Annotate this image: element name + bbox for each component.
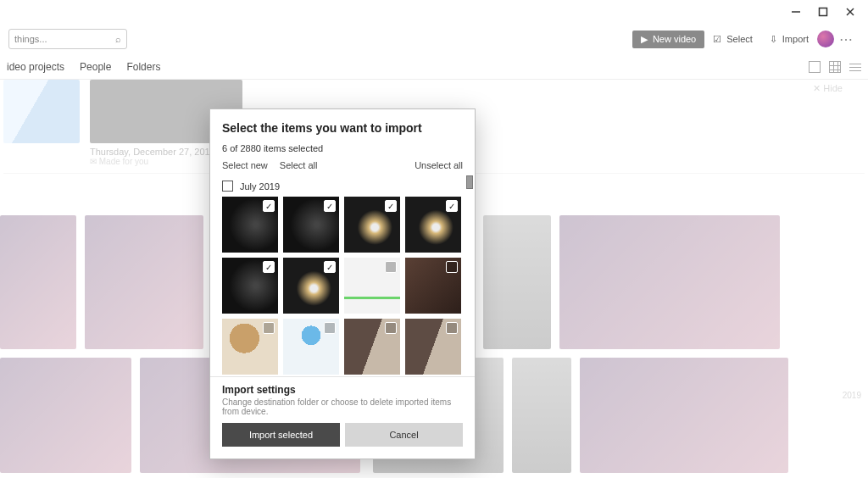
- timeline-year: 2019: [843, 391, 861, 400]
- app-toolbar: things... ⌕ ▶ New video ☑ Select ⇩ Impor…: [0, 24, 868, 54]
- view-grid-icon[interactable]: [829, 61, 841, 73]
- photo-thumbnail[interactable]: [0, 358, 131, 473]
- selection-count: 6 of 2880 items selected: [222, 143, 463, 153]
- select-button[interactable]: ☑ Select: [704, 31, 761, 48]
- import-thumbnail[interactable]: [344, 197, 400, 253]
- check-icon: [446, 200, 458, 212]
- dialog-body: July 2019: [210, 175, 475, 376]
- unselect-all-link[interactable]: Unselect all: [415, 160, 463, 170]
- more-menu-button[interactable]: ⋯: [834, 31, 860, 47]
- window-titlebar: [0, 0, 868, 24]
- import-thumbnail[interactable]: [222, 258, 278, 314]
- check-icon: [263, 200, 275, 212]
- month-label: July 2019: [240, 181, 280, 192]
- search-placeholder: things...: [14, 34, 47, 44]
- import-thumbnail[interactable]: [405, 258, 461, 314]
- import-thumbnail[interactable]: [405, 319, 461, 375]
- hide-button[interactable]: ✕ Hide: [813, 83, 843, 94]
- check-icon: [263, 261, 275, 273]
- photo-thumbnail[interactable]: [512, 358, 571, 473]
- month-header[interactable]: July 2019: [222, 181, 468, 192]
- dialog-title: Select the items you want to import: [222, 121, 463, 135]
- check-icon: [263, 322, 275, 334]
- new-video-label: New video: [653, 34, 696, 44]
- dialog-footer: Import settings Change destination folde…: [210, 376, 475, 459]
- import-settings-sub: Change destination folder or choose to d…: [222, 397, 463, 416]
- select-icon: ☑: [713, 34, 721, 45]
- search-icon: ⌕: [115, 34, 121, 44]
- import-thumbnail[interactable]: [222, 197, 278, 253]
- maximize-button[interactable]: [817, 6, 829, 18]
- cancel-button[interactable]: Cancel: [345, 423, 463, 447]
- scrollbar-thumb[interactable]: [466, 175, 473, 189]
- svg-rect-1: [820, 8, 827, 16]
- select-label: Select: [726, 34, 753, 44]
- import-settings-title: Import settings: [222, 384, 463, 396]
- select-all-link[interactable]: Select all: [280, 160, 318, 170]
- view-single-icon[interactable]: [809, 61, 821, 73]
- import-button[interactable]: ⇩ Import: [761, 31, 817, 48]
- import-dialog: Select the items you want to import 6 of…: [209, 108, 476, 459]
- photo-thumbnail[interactable]: [0, 215, 76, 349]
- check-icon: [324, 261, 336, 273]
- import-thumbnail[interactable]: [344, 319, 400, 375]
- import-label: Import: [782, 34, 809, 44]
- check-icon: [324, 322, 336, 334]
- check-icon: [385, 261, 397, 273]
- photo-thumbnail[interactable]: [580, 358, 788, 473]
- import-thumbnail[interactable]: [405, 197, 461, 253]
- minimize-button[interactable]: [790, 6, 802, 18]
- photo-thumbnail[interactable]: [483, 215, 551, 349]
- view-list-icon[interactable]: [849, 61, 861, 73]
- video-icon: ▶: [641, 34, 648, 45]
- check-icon: [324, 200, 336, 212]
- search-input[interactable]: things... ⌕: [8, 29, 127, 49]
- import-thumbnail[interactable]: [222, 319, 278, 375]
- thumbnail-grid: [222, 197, 468, 376]
- import-selected-button[interactable]: Import selected: [222, 423, 340, 447]
- check-icon: [446, 322, 458, 334]
- view-buttons: [809, 61, 861, 73]
- photo-thumbnail[interactable]: [559, 215, 780, 349]
- check-icon: [385, 200, 397, 212]
- tab-people[interactable]: People: [80, 61, 111, 73]
- import-thumbnail[interactable]: [283, 258, 339, 314]
- import-thumbnail[interactable]: [283, 319, 339, 375]
- album-card[interactable]: [3, 80, 80, 166]
- month-checkbox[interactable]: [222, 181, 233, 192]
- import-thumbnail[interactable]: [283, 197, 339, 253]
- import-icon: ⇩: [770, 34, 777, 45]
- user-avatar[interactable]: [817, 31, 834, 47]
- album-thumbnail: [3, 80, 80, 143]
- close-button[interactable]: [844, 6, 856, 18]
- select-new-link[interactable]: Select new: [222, 160, 268, 170]
- new-video-button[interactable]: ▶ New video: [632, 31, 704, 48]
- check-icon: [385, 322, 397, 334]
- tab-folders[interactable]: Folders: [126, 61, 160, 73]
- tab-video-projects[interactable]: ideo projects: [7, 61, 64, 73]
- check-icon: [446, 261, 458, 273]
- tabs-bar: ideo projects People Folders: [0, 54, 868, 80]
- photo-thumbnail[interactable]: [85, 215, 203, 349]
- import-thumbnail[interactable]: [344, 258, 400, 314]
